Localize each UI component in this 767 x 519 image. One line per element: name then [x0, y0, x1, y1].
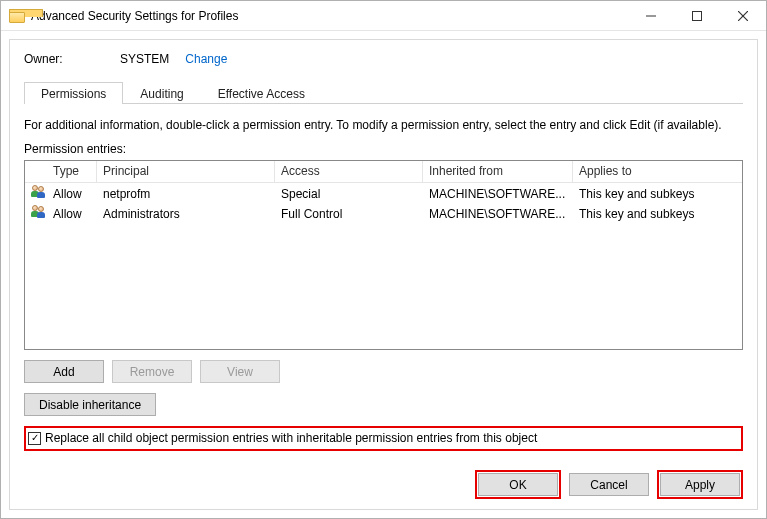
owner-value: SYSTEM — [120, 52, 169, 66]
maximize-button[interactable] — [674, 1, 720, 31]
table-row[interactable]: Allow netprofm Special MACHINE\SOFTWARE.… — [25, 183, 742, 203]
cell-inherited: MACHINE\SOFTWARE... — [423, 204, 573, 223]
cell-type: Allow — [47, 204, 97, 223]
replace-children-row: ✓ Replace all child object permission en… — [24, 426, 743, 451]
disable-inheritance-button[interactable]: Disable inheritance — [24, 393, 156, 416]
replace-children-checkbox[interactable]: ✓ — [28, 432, 41, 445]
column-applies[interactable]: Applies to — [573, 161, 742, 183]
user-group-icon — [31, 185, 47, 199]
owner-change-link[interactable]: Change — [185, 52, 227, 66]
entry-buttons-row: Add Remove View — [24, 360, 743, 383]
tab-permissions[interactable]: Permissions — [24, 82, 123, 104]
column-inherited[interactable]: Inherited from — [423, 161, 573, 183]
folder-icon — [9, 9, 25, 23]
remove-button: Remove — [112, 360, 192, 383]
highlight-apply: Apply — [657, 470, 743, 499]
client-area: Owner: SYSTEM Change Permissions Auditin… — [9, 39, 758, 510]
tab-auditing[interactable]: Auditing — [123, 82, 200, 104]
cell-type: Allow — [47, 184, 97, 203]
window-frame: Advanced Security Settings for Profiles … — [0, 0, 767, 519]
owner-label: Owner: — [24, 52, 110, 66]
minimize-button[interactable] — [628, 1, 674, 31]
column-access[interactable]: Access — [275, 161, 423, 183]
ok-button[interactable]: OK — [478, 473, 558, 496]
cell-access: Full Control — [275, 204, 423, 223]
cell-principal: Administrators — [97, 204, 275, 223]
cell-inherited: MACHINE\SOFTWARE... — [423, 184, 573, 203]
cell-applies: This key and subkeys — [573, 184, 742, 203]
entries-body: Allow netprofm Special MACHINE\SOFTWARE.… — [25, 183, 742, 223]
column-type[interactable]: Type — [47, 161, 97, 183]
column-principal[interactable]: Principal — [97, 161, 275, 183]
tabs-strip: Permissions Auditing Effective Access — [24, 80, 743, 104]
permission-entries-list[interactable]: Type Principal Access Inherited from App… — [24, 160, 743, 350]
window-title: Advanced Security Settings for Profiles — [31, 9, 238, 23]
close-button[interactable] — [720, 1, 766, 31]
table-row[interactable]: Allow Administrators Full Control MACHIN… — [25, 203, 742, 223]
user-group-icon — [31, 205, 47, 219]
entries-header[interactable]: Type Principal Access Inherited from App… — [25, 161, 742, 183]
apply-button[interactable]: Apply — [660, 473, 740, 496]
replace-children-label[interactable]: Replace all child object permission entr… — [45, 431, 537, 445]
add-button[interactable]: Add — [24, 360, 104, 383]
info-text: For additional information, double-click… — [24, 118, 743, 132]
highlight-ok: OK — [475, 470, 561, 499]
cell-access: Special — [275, 184, 423, 203]
disable-inheritance-row: Disable inheritance — [24, 393, 743, 416]
tab-effective-access[interactable]: Effective Access — [201, 82, 322, 104]
titlebar[interactable]: Advanced Security Settings for Profiles — [1, 1, 766, 31]
svg-rect-1 — [693, 11, 702, 20]
view-button: View — [200, 360, 280, 383]
dialog-footer: OK Cancel Apply — [475, 470, 743, 499]
entries-label: Permission entries: — [24, 142, 743, 156]
owner-row: Owner: SYSTEM Change — [24, 52, 743, 66]
cell-applies: This key and subkeys — [573, 204, 742, 223]
cancel-button[interactable]: Cancel — [569, 473, 649, 496]
cell-principal: netprofm — [97, 184, 275, 203]
column-icon — [25, 161, 47, 183]
